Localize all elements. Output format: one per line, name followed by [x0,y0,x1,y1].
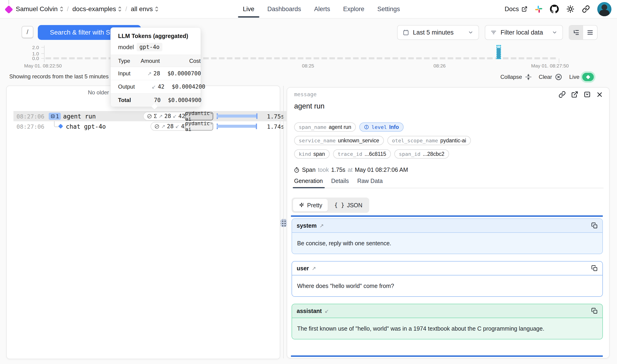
slack-icon[interactable] [535,5,542,13]
trace-row-agent-run[interactable]: 08:27:06 1 agent run Σ ↗28 ↙42 pydantic-… [13,111,287,121]
time-range-label: Last 5 minutes [413,29,454,36]
list-view-button[interactable] [583,26,597,39]
took-timestamp: May 01 08:27:06 AM [355,167,408,173]
tab-details[interactable]: Details [331,178,349,188]
message-text: Where does "hello world" come from? [297,281,568,291]
breadcrumb-separator: / [125,6,127,13]
attr-value: ...28cbc2 [423,151,444,157]
view-mode-segmented-control [569,25,598,40]
sigma-icon: Σ [154,113,157,119]
scope-tag[interactable]: pydantic-ai [185,122,213,130]
scope-tag[interactable]: pydantic-ai [185,112,213,120]
tooltip-model-row: model gpt-4o [118,43,162,51]
clear-label: Clear [539,74,552,80]
pretty-button[interactable]: Pretty [293,199,328,211]
duration-text: 1.75s [259,113,284,120]
trace-id-pill[interactable]: trace_id ...6c8115 [333,149,391,159]
message-role: user [297,265,309,272]
breadcrumb-env[interactable]: all envs [131,5,158,13]
duration-bar-fill [217,115,257,117]
time-range-dropdown[interactable]: Last 5 minutes [397,25,479,40]
tab-generation[interactable]: Generation [294,178,323,188]
message-text: Be concise, reply with one sentence. [297,238,568,248]
level-pill[interactable]: level Info [359,122,403,132]
clear-button[interactable]: Clear [539,73,562,81]
tab-settings[interactable]: Settings [372,0,406,18]
github-icon[interactable] [550,5,559,13]
model-key: model [118,44,134,51]
breadcrumb-separator: / [67,6,69,13]
json-button[interactable]: { } JSON [329,199,368,211]
attr-value: pydantic-ai [440,138,466,144]
copy-icon[interactable] [591,222,598,229]
attr-key: span_id [399,151,420,157]
breadcrumb-org-label: Samuel Colvin [16,5,58,13]
tree-view-button[interactable] [569,26,583,39]
close-icon[interactable] [596,91,603,98]
x-tick-label: May 01. 08:27:50 [531,63,569,69]
theme-sun-icon[interactable] [566,5,575,13]
trace-row-chat-gpt4o[interactable]: 08:27:06 chat gpt-4o ↗28 ↙42 pydantic-ai… [13,121,287,131]
showing-records-text: Showing records from the last 5 minutes [9,73,108,80]
input-arrow-icon: ↗ [159,113,163,119]
message-assistant: assistant ↙ The first known use of "hell… [291,304,603,339]
row-cost: $0.0004900 [161,97,202,104]
took-word: Span [302,167,315,173]
message-role: assistant [297,308,322,314]
tab-live[interactable]: Live [237,0,260,18]
tab-raw-data[interactable]: Raw Data [357,178,383,188]
logfire-logo-icon[interactable] [5,5,13,14]
row-type: Output [118,83,135,90]
collapse-children-badge[interactable]: 1 [49,113,61,120]
docs-link[interactable]: Docs [504,6,527,13]
span-id-pill[interactable]: span_id ...28cbc2 [394,149,449,159]
breadcrumb-org[interactable]: Samuel Colvin [16,5,63,13]
message-header: assistant ↙ [292,304,602,318]
message-role: system [297,222,317,229]
col-type: Type [118,58,130,64]
timeline-bar-selected[interactable] [497,45,500,59]
kind-pill[interactable]: kind span [294,149,330,159]
output-arrow-icon: ↙ [172,113,177,119]
took-word: at [348,167,353,173]
token-usage-pill[interactable]: Σ ↗28 ↙42 [143,112,189,121]
copy-icon[interactable] [591,308,598,314]
external-link-icon [521,6,527,12]
x-tick-label: 08:26 [433,63,446,69]
search-shortcut-key[interactable]: / [22,26,33,38]
detail-tabs: Generation Details Raw Data [294,178,604,188]
otel-scope-pill[interactable]: otel_scope_name pydantic-ai [387,136,471,145]
live-label: Live [569,74,579,80]
live-toggle[interactable]: Live [569,73,594,81]
detail-header-actions [559,91,603,98]
panel-resize-handle[interactable] [281,219,287,227]
attr-value: Info [389,124,399,130]
y-tick [41,47,44,48]
open-in-new-icon[interactable] [571,91,578,98]
duration-bar-fill [217,125,257,128]
copy-link-icon[interactable] [559,91,566,98]
stopwatch-icon [294,167,300,173]
timeline-bar-handle[interactable] [497,46,500,48]
collapse-button[interactable]: Collapse [500,74,532,80]
collapse-label: Collapse [500,74,522,80]
filter-local-data-dropdown[interactable]: Filter local data [485,25,563,40]
duration-bar[interactable] [217,124,257,129]
live-toggle-pill[interactable] [582,73,594,81]
tab-alerts[interactable]: Alerts [308,0,336,18]
message-header: system ↗ [292,219,602,233]
copy-icon[interactable] [591,265,598,272]
y-axis-line [44,45,45,62]
span-name-pill[interactable]: span_name agent run [294,122,356,132]
service-name-pill[interactable]: service_name unknown_service [294,136,384,145]
tab-dashboards[interactable]: Dashboards [262,0,307,18]
attr-key: service_name [299,138,336,143]
tab-explore[interactable]: Explore [337,0,370,18]
duration-bar[interactable] [217,113,257,119]
span-detail-panel: message agent run span_name agent run le… [287,87,610,358]
user-avatar[interactable] [597,2,611,16]
message-direction-icon: ↗ [312,265,316,271]
breadcrumb-project[interactable]: docs-examples [72,5,121,13]
dock-panel-icon[interactable] [584,91,591,98]
share-link-icon[interactable] [582,5,590,13]
